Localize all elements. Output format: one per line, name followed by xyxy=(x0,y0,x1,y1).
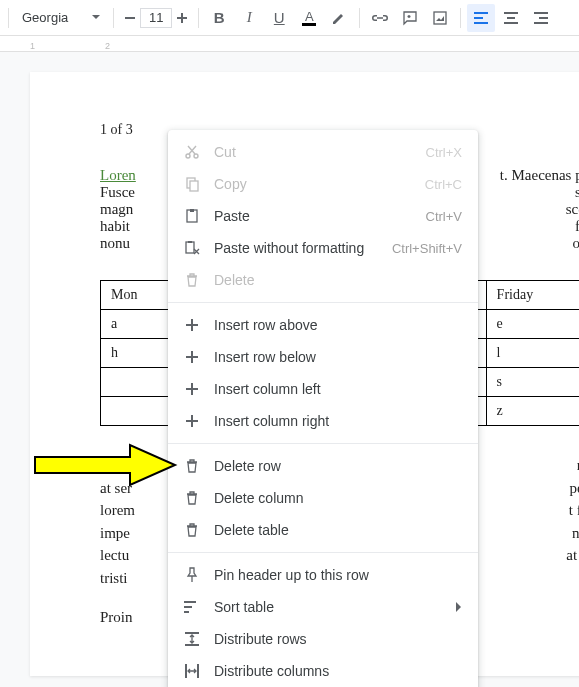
svg-rect-5 xyxy=(474,17,483,19)
trash-icon xyxy=(180,490,204,506)
svg-rect-6 xyxy=(474,22,488,24)
menu-insert-row-above[interactable]: Insert row above xyxy=(168,309,478,341)
menu-delete-row[interactable]: Delete row xyxy=(168,450,478,482)
sort-icon xyxy=(180,600,204,614)
svg-rect-19 xyxy=(186,242,194,253)
ruler-mark: 2 xyxy=(105,41,110,51)
svg-rect-35 xyxy=(197,664,199,678)
ruler-mark: 1 xyxy=(30,41,35,51)
menu-distribute-columns[interactable]: Distribute columns xyxy=(168,655,478,687)
svg-rect-4 xyxy=(474,12,488,14)
underline-button[interactable]: U xyxy=(265,4,293,32)
menu-cut: Cut Ctrl+X xyxy=(168,136,478,168)
menu-paste[interactable]: Paste Ctrl+V xyxy=(168,200,478,232)
menu-shortcut: Ctrl+V xyxy=(426,209,462,224)
font-size-value[interactable]: 11 xyxy=(140,8,172,28)
insert-image-button[interactable] xyxy=(426,4,454,32)
menu-shortcut: Ctrl+X xyxy=(426,145,462,160)
context-menu: Cut Ctrl+X Copy Ctrl+C Paste Ctrl+V Past… xyxy=(168,130,478,687)
menu-paste-no-formatting[interactable]: Paste without formatting Ctrl+Shift+V xyxy=(168,232,478,264)
body-text: t. Maecenas po xyxy=(500,167,579,183)
svg-rect-18 xyxy=(190,209,194,212)
svg-point-13 xyxy=(186,154,190,158)
svg-rect-3 xyxy=(434,12,446,24)
menu-label: Pin header up to this row xyxy=(214,567,462,583)
text-color-button[interactable]: A xyxy=(295,4,323,32)
svg-rect-7 xyxy=(504,12,518,14)
insert-link-button[interactable] xyxy=(366,4,394,32)
menu-distribute-rows[interactable]: Distribute rows xyxy=(168,623,478,655)
svg-rect-2 xyxy=(177,17,187,19)
menu-label: Paste without formatting xyxy=(214,240,392,256)
menu-label: Distribute rows xyxy=(214,631,462,647)
menu-pin-header[interactable]: Pin header up to this row xyxy=(168,559,478,591)
menu-label: Delete xyxy=(214,272,462,288)
font-family-value: Georgia xyxy=(22,10,68,25)
menu-sort-table[interactable]: Sort table xyxy=(168,591,478,623)
paste-no-format-icon xyxy=(180,240,204,256)
chevron-right-icon xyxy=(456,602,462,612)
trash-icon xyxy=(180,272,204,288)
svg-rect-30 xyxy=(184,606,192,608)
svg-rect-0 xyxy=(125,17,135,19)
menu-label: Insert column right xyxy=(214,413,462,429)
svg-rect-22 xyxy=(186,324,198,326)
menu-label: Insert row below xyxy=(214,349,462,365)
svg-rect-16 xyxy=(190,181,198,191)
trash-icon xyxy=(180,522,204,538)
trash-icon xyxy=(180,458,204,474)
menu-copy: Copy Ctrl+C xyxy=(168,168,478,200)
align-right-button[interactable] xyxy=(527,4,555,32)
menu-insert-column-left[interactable]: Insert column left xyxy=(168,373,478,405)
menu-label: Copy xyxy=(214,176,425,192)
svg-rect-12 xyxy=(534,22,548,24)
svg-rect-24 xyxy=(186,356,198,358)
menu-insert-column-right[interactable]: Insert column right xyxy=(168,405,478,437)
distribute-rows-icon xyxy=(180,632,204,646)
highlight-button[interactable] xyxy=(325,4,353,32)
svg-rect-32 xyxy=(185,632,199,634)
align-left-button[interactable] xyxy=(467,4,495,32)
menu-label: Sort table xyxy=(214,599,456,615)
paste-icon xyxy=(180,208,204,224)
toolbar: Georgia 11 B I U A xyxy=(0,0,579,36)
menu-delete-table[interactable]: Delete table xyxy=(168,514,478,546)
menu-delete-column[interactable]: Delete column xyxy=(168,482,478,514)
ruler: 1 2 xyxy=(0,36,579,52)
plus-icon xyxy=(180,319,204,331)
distribute-columns-icon xyxy=(180,664,204,678)
align-center-button[interactable] xyxy=(497,4,525,32)
menu-label: Delete table xyxy=(214,522,462,538)
copy-icon xyxy=(180,176,204,192)
svg-rect-28 xyxy=(186,420,198,422)
document-link[interactable]: Loren xyxy=(100,167,136,183)
pin-icon xyxy=(180,567,204,583)
svg-rect-33 xyxy=(185,644,199,646)
svg-rect-34 xyxy=(185,664,187,678)
font-size-increase[interactable] xyxy=(172,6,192,30)
menu-label: Delete row xyxy=(214,458,462,474)
add-comment-button[interactable] xyxy=(396,4,424,32)
menu-label: Insert column left xyxy=(214,381,462,397)
menu-label: Insert row above xyxy=(214,317,462,333)
plus-icon xyxy=(180,383,204,395)
font-size-decrease[interactable] xyxy=(120,6,140,30)
font-size-control: 11 xyxy=(120,6,192,30)
menu-shortcut: Ctrl+Shift+V xyxy=(392,241,462,256)
menu-label: Distribute columns xyxy=(214,663,462,679)
menu-label: Delete column xyxy=(214,490,462,506)
plus-icon xyxy=(180,351,204,363)
svg-rect-31 xyxy=(184,611,189,613)
svg-rect-20 xyxy=(188,241,192,243)
svg-rect-26 xyxy=(186,388,198,390)
font-family-select[interactable]: Georgia xyxy=(15,6,107,30)
svg-rect-8 xyxy=(507,17,515,19)
table-header[interactable]: Friday xyxy=(486,281,579,310)
menu-insert-row-below[interactable]: Insert row below xyxy=(168,341,478,373)
italic-button[interactable]: I xyxy=(235,4,263,32)
svg-rect-11 xyxy=(539,17,548,19)
menu-delete: Delete xyxy=(168,264,478,296)
bold-button[interactable]: B xyxy=(205,4,233,32)
menu-label: Cut xyxy=(214,144,426,160)
svg-point-14 xyxy=(194,154,198,158)
